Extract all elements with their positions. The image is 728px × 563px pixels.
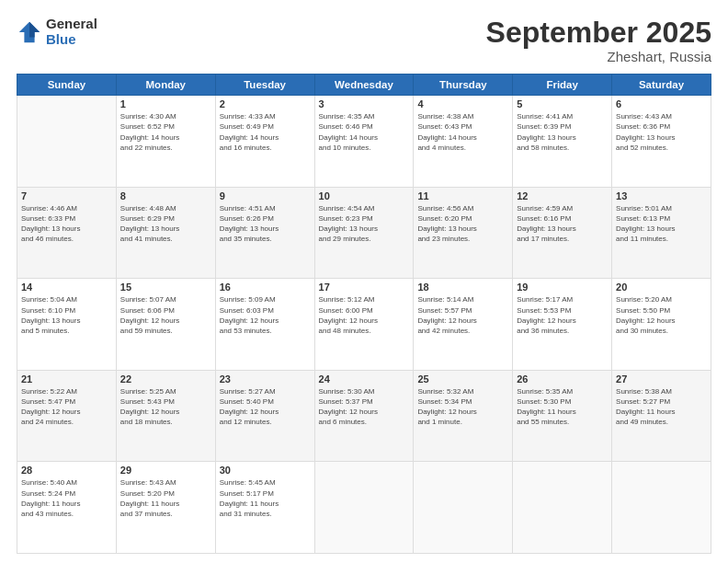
table-row: 22Sunrise: 5:25 AMSunset: 5:43 PMDayligh…	[116, 370, 215, 462]
day-info: Sunrise: 5:25 AMSunset: 5:43 PMDaylight:…	[120, 386, 211, 428]
day-number: 13	[616, 190, 707, 201]
logo: General Blue	[17, 17, 97, 47]
title-month: September 2025	[486, 17, 711, 49]
table-row: 27Sunrise: 5:38 AMSunset: 5:27 PMDayligh…	[612, 370, 711, 462]
day-info: Sunrise: 5:43 AMSunset: 5:20 PMDaylight:…	[120, 477, 211, 519]
day-info: Sunrise: 5:04 AMSunset: 6:10 PMDaylight:…	[21, 294, 112, 336]
title-block: September 2025 Zheshart, Russia	[486, 17, 711, 64]
col-friday: Friday	[513, 75, 612, 96]
table-row: 24Sunrise: 5:30 AMSunset: 5:37 PMDayligh…	[314, 370, 414, 462]
table-row: 23Sunrise: 5:27 AMSunset: 5:40 PMDayligh…	[215, 370, 314, 462]
col-wednesday: Wednesday	[314, 75, 414, 96]
table-row: 29Sunrise: 5:43 AMSunset: 5:20 PMDayligh…	[116, 462, 215, 554]
table-row: 3Sunrise: 4:35 AMSunset: 6:46 PMDaylight…	[314, 96, 414, 188]
calendar-week-row: 14Sunrise: 5:04 AMSunset: 6:10 PMDayligh…	[17, 279, 711, 371]
table-row	[314, 462, 414, 554]
table-row: 10Sunrise: 4:54 AMSunset: 6:23 PMDayligh…	[314, 187, 414, 279]
day-number: 1	[120, 98, 211, 109]
day-info: Sunrise: 5:17 AMSunset: 5:53 PMDaylight:…	[517, 294, 608, 336]
day-number: 4	[417, 98, 508, 109]
table-row: 20Sunrise: 5:20 AMSunset: 5:50 PMDayligh…	[612, 279, 711, 371]
day-info: Sunrise: 5:12 AMSunset: 6:00 PMDaylight:…	[319, 294, 410, 336]
day-info: Sunrise: 4:59 AMSunset: 6:16 PMDaylight:…	[517, 203, 608, 245]
day-info: Sunrise: 4:46 AMSunset: 6:33 PMDaylight:…	[21, 203, 112, 245]
table-row: 15Sunrise: 5:07 AMSunset: 6:06 PMDayligh…	[116, 279, 215, 371]
calendar-header-row: Sunday Monday Tuesday Wednesday Thursday…	[17, 75, 711, 96]
day-info: Sunrise: 5:35 AMSunset: 5:30 PMDaylight:…	[517, 386, 608, 428]
logo-general: General	[46, 17, 97, 32]
day-number: 7	[21, 190, 112, 201]
table-row: 19Sunrise: 5:17 AMSunset: 5:53 PMDayligh…	[513, 279, 612, 371]
col-monday: Monday	[116, 75, 215, 96]
day-number: 28	[21, 465, 112, 476]
table-row: 5Sunrise: 4:41 AMSunset: 6:39 PMDaylight…	[513, 96, 612, 188]
table-row: 13Sunrise: 5:01 AMSunset: 6:13 PMDayligh…	[612, 187, 711, 279]
table-row: 1Sunrise: 4:30 AMSunset: 6:52 PMDaylight…	[116, 96, 215, 188]
day-info: Sunrise: 4:38 AMSunset: 6:43 PMDaylight:…	[417, 111, 508, 153]
day-info: Sunrise: 5:40 AMSunset: 5:24 PMDaylight:…	[21, 477, 112, 519]
table-row: 7Sunrise: 4:46 AMSunset: 6:33 PMDaylight…	[17, 187, 117, 279]
table-row: 14Sunrise: 5:04 AMSunset: 6:10 PMDayligh…	[17, 279, 117, 371]
svg-marker-1	[29, 21, 40, 37]
table-row: 9Sunrise: 4:51 AMSunset: 6:26 PMDaylight…	[215, 187, 314, 279]
day-info: Sunrise: 5:30 AMSunset: 5:37 PMDaylight:…	[319, 386, 410, 428]
day-info: Sunrise: 5:22 AMSunset: 5:47 PMDaylight:…	[21, 386, 112, 428]
day-number: 9	[220, 190, 311, 201]
day-info: Sunrise: 5:20 AMSunset: 5:50 PMDaylight:…	[616, 294, 707, 336]
col-tuesday: Tuesday	[215, 75, 314, 96]
day-info: Sunrise: 4:56 AMSunset: 6:20 PMDaylight:…	[417, 203, 508, 245]
page: General Blue September 2025 Zheshart, Ru…	[0, 0, 728, 563]
day-info: Sunrise: 4:35 AMSunset: 6:46 PMDaylight:…	[319, 111, 410, 153]
day-number: 17	[319, 282, 410, 293]
day-info: Sunrise: 5:38 AMSunset: 5:27 PMDaylight:…	[616, 386, 707, 428]
day-number: 16	[220, 282, 311, 293]
col-sunday: Sunday	[17, 75, 117, 96]
day-info: Sunrise: 4:41 AMSunset: 6:39 PMDaylight:…	[517, 111, 608, 153]
day-number: 19	[517, 282, 608, 293]
day-info: Sunrise: 4:33 AMSunset: 6:49 PMDaylight:…	[220, 111, 311, 153]
day-number: 30	[220, 465, 311, 476]
logo-text: General Blue	[46, 17, 97, 47]
calendar-week-row: 28Sunrise: 5:40 AMSunset: 5:24 PMDayligh…	[17, 462, 711, 554]
day-info: Sunrise: 5:14 AMSunset: 5:57 PMDaylight:…	[417, 294, 508, 336]
header: General Blue September 2025 Zheshart, Ru…	[17, 17, 711, 64]
day-number: 3	[319, 98, 410, 109]
col-thursday: Thursday	[414, 75, 513, 96]
logo-icon	[17, 19, 42, 45]
day-number: 10	[319, 190, 410, 201]
calendar-week-row: 1Sunrise: 4:30 AMSunset: 6:52 PMDaylight…	[17, 96, 711, 188]
table-row	[414, 462, 513, 554]
day-number: 14	[21, 282, 112, 293]
calendar-week-row: 7Sunrise: 4:46 AMSunset: 6:33 PMDaylight…	[17, 187, 711, 279]
table-row: 21Sunrise: 5:22 AMSunset: 5:47 PMDayligh…	[17, 370, 117, 462]
day-number: 22	[120, 373, 211, 385]
day-number: 29	[120, 465, 211, 476]
day-info: Sunrise: 4:54 AMSunset: 6:23 PMDaylight:…	[319, 203, 410, 245]
table-row	[612, 462, 711, 554]
day-info: Sunrise: 4:30 AMSunset: 6:52 PMDaylight:…	[120, 111, 211, 153]
day-number: 6	[616, 98, 707, 109]
day-number: 2	[220, 98, 311, 109]
day-info: Sunrise: 5:07 AMSunset: 6:06 PMDaylight:…	[120, 294, 211, 336]
day-number: 24	[319, 373, 410, 385]
table-row: 28Sunrise: 5:40 AMSunset: 5:24 PMDayligh…	[17, 462, 117, 554]
day-number: 23	[220, 373, 311, 385]
table-row: 11Sunrise: 4:56 AMSunset: 6:20 PMDayligh…	[414, 187, 513, 279]
col-saturday: Saturday	[612, 75, 711, 96]
table-row	[513, 462, 612, 554]
day-number: 5	[517, 98, 608, 109]
day-info: Sunrise: 4:48 AMSunset: 6:29 PMDaylight:…	[120, 203, 211, 245]
table-row: 16Sunrise: 5:09 AMSunset: 6:03 PMDayligh…	[215, 279, 314, 371]
table-row: 4Sunrise: 4:38 AMSunset: 6:43 PMDaylight…	[414, 96, 513, 188]
table-row: 12Sunrise: 4:59 AMSunset: 6:16 PMDayligh…	[513, 187, 612, 279]
day-info: Sunrise: 5:45 AMSunset: 5:17 PMDaylight:…	[220, 477, 311, 519]
day-number: 21	[21, 373, 112, 385]
table-row: 6Sunrise: 4:43 AMSunset: 6:36 PMDaylight…	[612, 96, 711, 188]
table-row: 25Sunrise: 5:32 AMSunset: 5:34 PMDayligh…	[414, 370, 513, 462]
day-info: Sunrise: 5:01 AMSunset: 6:13 PMDaylight:…	[616, 203, 707, 245]
table-row: 30Sunrise: 5:45 AMSunset: 5:17 PMDayligh…	[215, 462, 314, 554]
day-number: 18	[417, 282, 508, 293]
day-number: 11	[417, 190, 508, 201]
day-info: Sunrise: 5:27 AMSunset: 5:40 PMDaylight:…	[220, 386, 311, 428]
table-row: 17Sunrise: 5:12 AMSunset: 6:00 PMDayligh…	[314, 279, 414, 371]
